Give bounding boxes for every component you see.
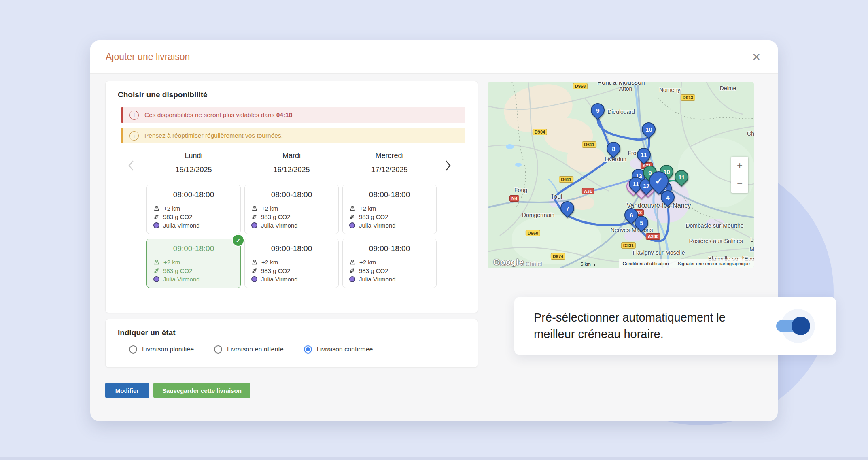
slot-card-tuesday-0900[interactable]: 09:00-18:00 +2 km 983 g CO2 Julia Virmon… bbox=[244, 239, 339, 288]
map-attribution: Conditions d'utilisation Signaler une er… bbox=[619, 259, 754, 268]
auto-select-label: Pré-sélectionner automatiquement le meil… bbox=[534, 309, 760, 342]
day-column-monday: Lundi 15/12/2025 bbox=[146, 151, 241, 174]
slot-co2: 983 g CO2 bbox=[359, 267, 388, 274]
map-footer: Google 5 km Conditions d'utilisation Sig… bbox=[488, 259, 754, 268]
leaf-icon bbox=[251, 268, 257, 274]
slot-card-monday-0800[interactable]: 08:00-18:00 +2 km 983 g CO2 Julia Virmon… bbox=[146, 185, 241, 234]
slot-card-wednesday-0800[interactable]: 08:00-18:00 +2 km 983 g CO2 Julia Virmon… bbox=[342, 185, 437, 234]
driver-avatar bbox=[349, 222, 355, 228]
leaf-icon bbox=[349, 214, 355, 220]
route-map[interactable]: Pont-à-MoussonAttonNomenyDelmeDieulouard… bbox=[488, 82, 754, 268]
slot-driver: Julia Virmond bbox=[359, 276, 396, 283]
radio-livraison-confirmee[interactable]: Livraison confirmée bbox=[304, 345, 373, 354]
driver-avatar bbox=[349, 276, 355, 282]
modify-button[interactable]: Modifier bbox=[105, 383, 149, 398]
map-town-label: M bbox=[749, 246, 754, 253]
map-town-label: Toul bbox=[550, 193, 562, 200]
driver-avatar bbox=[251, 276, 257, 282]
leaf-icon bbox=[349, 268, 355, 274]
map-town-label: Foug bbox=[514, 187, 527, 193]
calendar-navigation: Lundi 15/12/2025 Mardi 16/12/2025 Mercre… bbox=[118, 151, 465, 185]
map-town-label: Domgermain bbox=[522, 212, 554, 218]
road-shield-D913: D913 bbox=[681, 94, 695, 101]
leaf-icon bbox=[153, 214, 159, 220]
map-town-label: Flavigny-sur-Moselle bbox=[632, 249, 685, 256]
driver-avatar bbox=[153, 222, 159, 228]
radio-livraison-planifiee[interactable]: Livraison planifiée bbox=[129, 345, 194, 354]
road-shield-D958: D958 bbox=[573, 83, 588, 89]
action-buttons: Modifier Sauvegarder cette livraison bbox=[105, 383, 250, 398]
save-delivery-button[interactable]: Sauvegarder cette livraison bbox=[153, 383, 250, 398]
road-shield-D960: D960 bbox=[526, 230, 540, 236]
slot-distance: +2 km bbox=[261, 205, 278, 212]
slot-card-monday-0900-selected[interactable]: ✓ 09:00-18:00 +2 km 983 g CO2 Julia Virm… bbox=[146, 239, 241, 288]
road-icon bbox=[251, 205, 258, 211]
slot-co2: 983 g CO2 bbox=[261, 213, 291, 220]
map-town-label: L bbox=[750, 236, 753, 243]
slot-driver: Julia Virmond bbox=[163, 276, 200, 283]
availability-panel: Choisir une disponibilité i Ces disponib… bbox=[105, 81, 478, 313]
expiry-countdown: 04:18 bbox=[276, 111, 293, 118]
zoom-out-button[interactable]: − bbox=[731, 175, 748, 193]
slot-driver: Julia Virmond bbox=[163, 222, 200, 229]
slot-distance: +2 km bbox=[163, 259, 180, 266]
zoom-in-button[interactable]: + bbox=[731, 157, 748, 175]
driver-avatar bbox=[153, 276, 159, 282]
road-icon bbox=[349, 259, 356, 265]
road-icon bbox=[251, 259, 258, 265]
map-town-label: Vandœuvre-lès-Nancy bbox=[627, 202, 691, 209]
radio-icon-checked bbox=[304, 345, 312, 354]
road-icon bbox=[349, 205, 356, 211]
driver-avatar bbox=[251, 222, 257, 228]
close-icon[interactable]: ✕ bbox=[750, 50, 762, 64]
info-icon: i bbox=[129, 111, 139, 120]
expiry-alert: i Ces disponibilités ne seront plus vala… bbox=[121, 107, 465, 123]
road-shield-D904: D904 bbox=[533, 129, 547, 135]
slot-card-wednesday-0900[interactable]: 09:00-18:00 +2 km 983 g CO2 Julia Virmon… bbox=[342, 239, 437, 288]
info-icon: i bbox=[129, 131, 139, 141]
slot-card-tuesday-0800[interactable]: 08:00-18:00 +2 km 983 g CO2 Julia Virmon… bbox=[244, 185, 339, 234]
slot-grid: 08:00-18:00 +2 km 983 g CO2 Julia Virmon… bbox=[146, 185, 465, 288]
map-town-label: Ch bbox=[747, 130, 754, 137]
map-town-label: Nomeny bbox=[659, 87, 680, 93]
radio-livraison-en-attente[interactable]: Livraison en attente bbox=[214, 345, 284, 354]
road-icon bbox=[153, 259, 160, 265]
map-scale: 5 km bbox=[581, 262, 613, 266]
slot-co2: 983 g CO2 bbox=[163, 267, 193, 274]
state-panel: Indiquer un état Livraison planifiée Liv… bbox=[105, 319, 478, 368]
slot-distance: +2 km bbox=[359, 259, 376, 266]
auto-select-card: Pré-sélectionner automatiquement le meil… bbox=[514, 297, 836, 355]
slot-driver: Julia Virmond bbox=[359, 222, 396, 229]
day-column-wednesday: Mercredi 17/12/2025 bbox=[342, 151, 437, 174]
auto-select-toggle[interactable] bbox=[767, 307, 812, 345]
scale-bar bbox=[594, 264, 613, 266]
google-logo: Google bbox=[493, 257, 524, 267]
chevron-right-icon[interactable] bbox=[442, 159, 454, 173]
state-heading: Indiquer un état bbox=[118, 328, 465, 337]
reoptimize-alert-text: Pensez à réoptimiser régulièrement vos t… bbox=[144, 132, 283, 139]
map-town-label: Atton bbox=[619, 85, 632, 92]
slot-distance: +2 km bbox=[163, 205, 180, 212]
availability-heading: Choisir une disponibilité bbox=[118, 90, 465, 99]
bottom-edge-strip bbox=[0, 457, 868, 460]
day-column-tuesday: Mardi 16/12/2025 bbox=[244, 151, 339, 174]
state-radio-group: Livraison planifiée Livraison en attente… bbox=[129, 345, 465, 354]
map-town-label: Delme bbox=[720, 85, 736, 92]
terms-link[interactable]: Conditions d'utilisation bbox=[623, 261, 669, 266]
expiry-alert-text: Ces disponibilités ne seront plus valabl… bbox=[144, 111, 292, 119]
road-shield-A330: A330 bbox=[646, 233, 660, 240]
slot-distance: +2 km bbox=[261, 259, 278, 266]
reoptimize-alert: i Pensez à réoptimiser régulièrement vos… bbox=[121, 128, 465, 143]
road-shield-D611: D611 bbox=[559, 176, 573, 183]
map-zoom-control: + − bbox=[731, 157, 748, 193]
slot-driver: Julia Virmond bbox=[261, 276, 298, 283]
slot-co2: 983 g CO2 bbox=[359, 213, 388, 220]
report-error-link[interactable]: Signaler une erreur cartographique bbox=[678, 261, 750, 266]
leaf-icon bbox=[251, 214, 257, 220]
map-town-label: Liverdun bbox=[605, 156, 626, 162]
radio-icon bbox=[214, 345, 222, 354]
leaf-icon bbox=[153, 268, 159, 274]
toggle-knob bbox=[792, 317, 810, 335]
chevron-left-icon[interactable] bbox=[125, 159, 137, 173]
road-icon bbox=[153, 205, 160, 211]
